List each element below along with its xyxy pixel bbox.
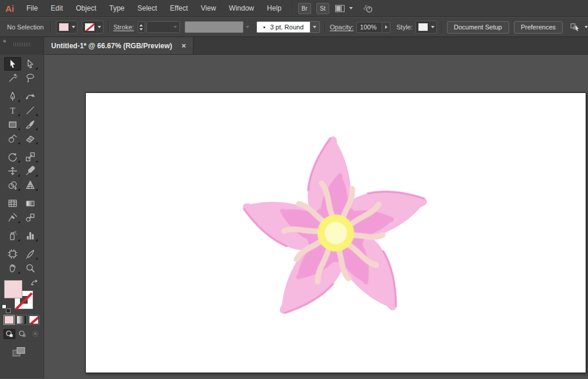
shape-builder-icon [8,180,18,190]
direct-selection-icon [25,59,35,69]
bridge-button[interactable]: Br [298,3,311,14]
tool-eyedropper[interactable] [4,211,21,224]
color-mode-button[interactable] [4,315,14,324]
stroke-color-dropdown[interactable] [82,21,103,34]
tool-perspective-grid[interactable] [22,178,39,192]
hand-icon [8,263,18,273]
flower-artwork[interactable] [224,121,447,345]
opacity-presets-button[interactable] [382,22,390,33]
tool-shaper[interactable] [4,132,21,145]
mesh-icon [8,198,18,208]
scale-icon [25,152,35,162]
document-area: Untitled-1* @ 66.67% (RGB/Preview) × [44,37,588,378]
tool-width[interactable] [4,164,21,178]
none-mode-button[interactable] [29,315,39,324]
tool-magic-wand[interactable] [4,71,21,85]
gradient-mode-button[interactable] [16,315,26,324]
menu-items: FileEditObjectTypeSelectEffectViewWindow… [20,0,288,16]
fill-color-dropdown[interactable] [56,21,78,34]
draw-normal-button[interactable] [4,329,15,339]
draw-behind-button[interactable] [16,329,28,339]
tool-scale[interactable] [22,150,39,164]
workspace-switcher-icon[interactable] [335,4,346,13]
menu-help[interactable]: Help [260,0,288,16]
blend-icon [25,212,35,222]
brush-definition-dropdown[interactable]: • 3 pt. Round [256,21,320,33]
tool-hand[interactable] [4,261,21,275]
menu-object[interactable]: Object [69,0,103,16]
stock-button[interactable]: St [316,3,329,14]
paint-mode-buttons [0,315,44,324]
tool-zoom[interactable] [22,261,39,275]
tool-rotate[interactable] [4,150,21,164]
menu-bar: Ai FileEditObjectTypeSelectEffectViewWin… [0,0,588,17]
opacity-link[interactable]: Opacity: [330,24,353,31]
tool-blend[interactable] [22,211,39,224]
stroke-weight-combo[interactable] [146,21,181,33]
symbol-sprayer-icon [8,231,18,241]
tools-grid [0,57,44,275]
tool-symbol-sprayer[interactable] [4,229,21,242]
tool-panel-header: « [0,37,44,55]
workspace-chevron-icon[interactable] [349,7,353,9]
style-chevron-icon [431,26,435,28]
tool-curvature[interactable] [22,89,39,103]
menu-effect[interactable]: Effect [163,0,194,16]
artboard[interactable] [85,92,586,373]
tool-gradient[interactable] [22,197,39,210]
menu-select[interactable]: Select [131,0,163,16]
tool-puppet-warp[interactable] [22,164,39,178]
stroke-none-swatch [84,22,95,32]
cs-live-power-icon[interactable] [361,4,375,14]
fill-chevron-icon [72,26,75,28]
tool-direct-selection[interactable] [22,57,39,71]
screen-mode-icon[interactable] [12,347,44,360]
tool-line-segment[interactable] [22,104,39,117]
tool-eraser[interactable] [22,132,39,145]
tool-mesh[interactable] [4,197,21,210]
menu-file[interactable]: File [20,0,44,16]
opacity-presets-chevron-icon [385,25,387,29]
tool-slice[interactable] [22,247,39,261]
tool-shape-builder[interactable] [4,178,21,192]
width-profile-preview[interactable] [185,21,243,33]
tool-lasso[interactable] [22,71,39,85]
style-dropdown[interactable] [415,21,437,34]
tool-rectangle[interactable] [4,118,21,131]
stroke-panel-link[interactable]: Stroke: [113,24,134,31]
menu-view[interactable]: View [195,0,223,16]
document-tab[interactable]: Untitled-1* @ 66.67% (RGB/Preview) × [44,37,193,54]
lasso-icon [25,73,35,83]
flower-group [232,133,436,331]
opacity-input[interactable] [356,22,382,33]
tool-selection[interactable] [4,57,21,71]
menu-type[interactable]: Type [103,0,131,16]
select-similar-icon[interactable] [570,22,582,32]
select-similar-chevron-icon[interactable] [584,26,588,28]
tool-pen[interactable] [4,89,21,103]
tab-close-icon[interactable]: × [182,42,186,49]
brush-chevron-button[interactable] [310,21,320,33]
preferences-button[interactable]: Preferences [514,21,563,34]
tool-paintbrush[interactable] [22,118,39,131]
panel-grip-handle[interactable] [14,42,30,46]
tool-type[interactable] [4,104,21,117]
menu-edit[interactable]: Edit [44,0,69,16]
puppet-warp-icon [25,166,35,176]
rotate-icon [8,152,18,162]
document-setup-button[interactable]: Document Setup [447,21,509,34]
tool-column-graph[interactable] [22,229,39,242]
tool-artboard[interactable] [4,247,21,261]
shaper-icon [8,134,18,144]
default-fill-stroke-icon[interactable] [2,304,11,313]
draw-inside-button[interactable] [29,329,41,339]
panel-collapse-icon[interactable]: « [3,38,6,44]
tab-bar: Untitled-1* @ 66.67% (RGB/Preview) × [44,37,588,55]
swap-fill-stroke-icon[interactable] [31,279,38,288]
line-segment-icon [25,105,35,115]
style-swatch [417,22,429,32]
menu-window[interactable]: Window [222,0,260,16]
fill-indicator[interactable] [4,280,22,298]
stroke-weight-stepper[interactable] [138,21,145,33]
pasteboard[interactable] [44,55,588,378]
